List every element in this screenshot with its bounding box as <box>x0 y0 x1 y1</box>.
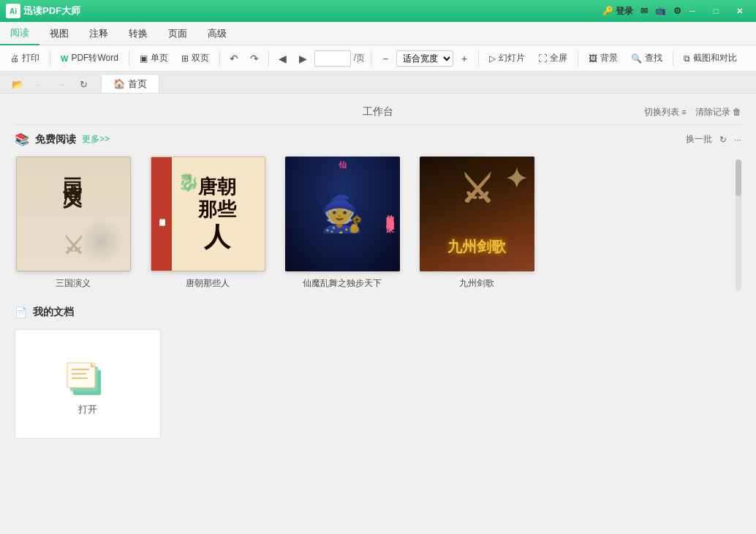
book-cover-3-title: 仙魔乱舞之独步天下 <box>385 208 396 221</box>
book-item-3[interactable]: 仙 🧙 仙魔乱舞之独步天下 仙魔乱舞之独步天下 <box>284 157 401 290</box>
separator-6 <box>478 51 479 66</box>
separator-5 <box>371 51 371 66</box>
next-page-button[interactable]: ▶ <box>294 49 313 68</box>
svg-rect-4 <box>72 373 86 375</box>
menu-item-page[interactable]: 页面 <box>158 22 197 45</box>
bg-button[interactable]: 🖼 背景 <box>583 49 624 68</box>
free-reading-more[interactable]: 更多>> <box>82 133 110 146</box>
workspace-actions: 切换列表 ≡ 清除记录 🗑 <box>644 106 741 119</box>
doc-svg <box>64 354 111 401</box>
list-icon: ≡ <box>681 108 686 116</box>
scrollbar-thumb[interactable] <box>736 159 741 196</box>
double-page-icon: ⊞ <box>181 53 189 64</box>
book-cover-2-band: 范太郎唐朝时间帝国 <box>151 157 172 271</box>
fullscreen-button[interactable]: ⛶ 全屏 <box>532 49 573 68</box>
menubar: 阅读 视图 注释 转换 页面 高级 <box>0 22 756 45</box>
back-icon: ← <box>31 75 48 93</box>
doc-icon: 📄 <box>15 307 27 318</box>
separator-7 <box>578 51 578 66</box>
home-tab-label: 首页 <box>128 78 147 91</box>
message-icon[interactable]: ✉ <box>640 6 648 16</box>
zoom-out-button[interactable]: − <box>376 49 395 68</box>
single-page-button[interactable]: ▣ 单页 <box>134 49 174 68</box>
section-actions: 换一批 ↻ ··· <box>686 133 741 146</box>
book-title-2: 唐朝那些人 <box>186 277 230 290</box>
doc-section-header: 📄 我的文档 <box>15 306 741 319</box>
scrollbar-track[interactable] <box>736 159 741 291</box>
maximize-button[interactable]: □ <box>705 4 727 18</box>
forward-icon: → <box>53 75 70 93</box>
header-right: 🔑 登录 ✉ 📺 ⚙ <box>602 5 681 18</box>
separator-2 <box>129 51 129 66</box>
print-icon: 🖨 <box>10 53 19 64</box>
double-page-button[interactable]: ⊞ 双页 <box>175 49 215 68</box>
tabbar: 📂 ← → ↻ 🏠 首页 <box>0 72 756 94</box>
open-doc-icon <box>62 352 113 403</box>
section-header-free: 📚 免费阅读 更多>> 换一批 ↻ ··· <box>15 132 741 146</box>
undo-button[interactable]: ↶ <box>224 49 243 68</box>
pdf-to-word-button[interactable]: W PDF转Word <box>55 49 124 68</box>
book-cover-2: 范太郎唐朝时间帝国 唐朝那些人 🐉 <box>151 157 265 271</box>
menu-item-annotate[interactable]: 注释 <box>79 22 118 45</box>
book-cover-1: 三国演义 ⚔ <box>16 157 131 271</box>
separator-3 <box>219 51 220 66</box>
switch-view-btn[interactable]: 切换列表 ≡ <box>644 106 687 119</box>
separator-4 <box>268 51 269 66</box>
book-grid: 三国演义 ⚔ 三国演义 范太郎唐朝时间帝国 <box>15 157 724 290</box>
fullscreen-icon: ⛶ <box>538 53 547 64</box>
close-button[interactable]: ✕ <box>728 4 750 18</box>
pdf-word-icon: W <box>61 54 68 63</box>
print-button[interactable]: 🖨 打印 <box>4 49 45 68</box>
login-btn[interactable]: 🔑 登录 <box>602 5 633 18</box>
app-icon: Ai <box>6 4 20 18</box>
book-item-2[interactable]: 范太郎唐朝时间帝国 唐朝那些人 🐉 唐朝那些人 <box>149 157 266 290</box>
open-label: 打开 <box>78 403 97 416</box>
toolbar: 🖨 打印 W PDF转Word ▣ 单页 ⊞ 双页 ↶ ↷ ◀ ▶ /页 − 适… <box>0 45 756 72</box>
workspace-title: 工作台 <box>363 105 393 119</box>
free-reading-section: 📚 免费阅读 更多>> 换一批 ↻ ··· 三国演义 <box>0 125 756 298</box>
book-item-1[interactable]: 三国演义 ⚔ 三国演义 <box>15 157 132 290</box>
app-name-section: Ai 迅读PDF大师 <box>6 4 602 18</box>
menu-item-read[interactable]: 阅读 <box>0 22 39 45</box>
slideshow-button[interactable]: ▷ 幻灯片 <box>483 49 531 68</box>
refresh-batch-btn[interactable]: 换一批 <box>686 133 712 146</box>
prev-page-button[interactable]: ◀ <box>273 49 292 68</box>
open-file-box[interactable]: 打开 <box>15 329 161 439</box>
redo-button[interactable]: ↷ <box>245 49 264 68</box>
clear-icon: 🗑 <box>733 107 741 117</box>
my-docs-section: 📄 我的文档 <box>0 298 756 454</box>
titlebar: Ai 迅读PDF大师 🔑 登录 ✉ 📺 ⚙ ─ □ ✕ <box>0 0 756 22</box>
zoom-select[interactable]: 适合宽度 <box>396 50 453 67</box>
settings-icon[interactable]: ⚙ <box>673 6 681 16</box>
zoom-in-button[interactable]: + <box>455 49 474 68</box>
refresh-icon[interactable]: ↻ <box>75 75 92 93</box>
open-file-icon[interactable]: 📂 <box>9 75 26 93</box>
bg-icon: 🖼 <box>589 53 597 64</box>
home-tab[interactable]: 🏠 首页 <box>101 74 159 93</box>
book-cover-4-title: 九州剑歌 <box>447 237 506 257</box>
page-number-input[interactable] <box>314 50 351 67</box>
compare-button[interactable]: ⧉ 截图和对比 <box>678 49 743 68</box>
menu-item-view[interactable]: 视图 <box>39 22 79 45</box>
workspace-header: 工作台 切换列表 ≡ 清除记录 🗑 <box>0 94 756 124</box>
find-button[interactable]: 🔍 查找 <box>625 49 668 68</box>
refresh-icon[interactable]: ↻ <box>719 135 727 145</box>
video-icon[interactable]: 📺 <box>655 6 666 16</box>
free-reading-icon: 📚 <box>15 132 29 146</box>
minimize-button[interactable]: ─ <box>681 4 703 18</box>
tab-left-icons: 📂 ← → ↻ <box>6 75 95 93</box>
books-container: 三国演义 ⚔ 三国演义 范太郎唐朝时间帝国 <box>15 157 741 291</box>
menu-item-convert[interactable]: 转换 <box>118 22 158 45</box>
find-icon: 🔍 <box>631 53 642 64</box>
clear-records-btn[interactable]: 清除记录 🗑 <box>695 106 741 119</box>
book-cover-4: ⚔ ✦ 九州剑歌 <box>420 157 534 271</box>
more-options-btn[interactable]: ··· <box>734 135 741 145</box>
free-reading-title: 免费阅读 <box>35 133 76 146</box>
menu-item-advanced[interactable]: 高级 <box>197 22 237 45</box>
books-scroll-area: 三国演义 ⚔ 三国演义 范太郎唐朝时间帝国 <box>15 157 724 291</box>
book-item-4[interactable]: ⚔ ✦ 九州剑歌 九州剑歌 <box>418 157 535 290</box>
my-docs-title: 我的文档 <box>33 306 74 319</box>
compare-icon: ⧉ <box>684 53 690 64</box>
book-title-4: 九州剑歌 <box>459 277 494 290</box>
books-scrollbar <box>736 157 741 291</box>
